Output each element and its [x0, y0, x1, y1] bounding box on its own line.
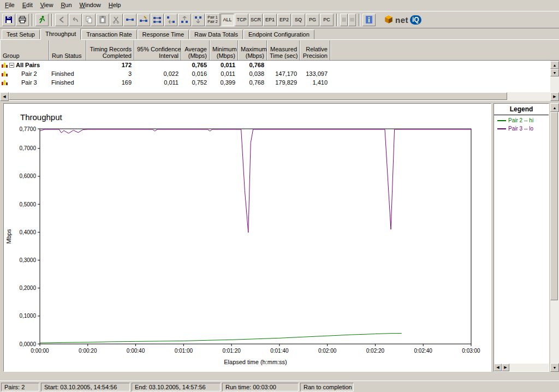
run-test-button[interactable] [35, 14, 49, 26]
undo-button[interactable] [69, 14, 82, 26]
tab-response-time[interactable]: Response Time [138, 29, 189, 39]
column-header-average[interactable]: Average(Mbps) [181, 40, 210, 60]
view-toggle-2-button[interactable] [348, 14, 356, 26]
collapse-icon[interactable] [9, 63, 14, 68]
cut-button[interactable] [110, 14, 123, 26]
svg-text:0,7000: 0,7000 [19, 145, 36, 151]
tab-test-setup[interactable]: Test Setup [2, 29, 40, 39]
view-toggle-1-button[interactable] [340, 14, 348, 26]
tab-bar: Test Setup Throughput Transaction Rate R… [0, 28, 559, 40]
column-header-group[interactable]: Group [0, 40, 49, 60]
filter-ep1-button[interactable]: EP1 [263, 14, 277, 26]
scroll-left-icon[interactable]: ◀ [494, 364, 502, 371]
runner-icon [38, 15, 46, 24]
menu-view[interactable]: View [37, 1, 57, 10]
legend-horizontal-scrollbar[interactable]: ◀ ▶ [494, 364, 549, 371]
scrollbar-thumb[interactable] [550, 112, 558, 300]
toolbar-separator [359, 14, 360, 26]
group-label: Pair 3 [21, 79, 37, 86]
endpoint-pair-edit-icon [139, 15, 148, 24]
scroll-right-icon[interactable]: ▶ [550, 92, 559, 101]
svg-text:0,5000: 0,5000 [19, 201, 36, 207]
column-header-maximum[interactable]: Maximum(Mbps) [238, 40, 267, 60]
column-header-minimum[interactable]: Minimum(Mbps) [210, 40, 238, 60]
table-horizontal-scrollbar[interactable]: ◀ ▶ [0, 92, 559, 101]
table-vertical-scrollbar[interactable]: ▲ ▼ [550, 61, 559, 92]
column-header-confidence[interactable]: 95% ConfidenceInterval [134, 40, 181, 60]
filter-pc-button[interactable]: PC [320, 14, 334, 26]
tab-transaction-rate[interactable]: Transaction Rate [81, 29, 136, 39]
table-row-all-pairs[interactable]: All Pairs 172 0,765 0,011 0,768 [0, 61, 550, 69]
menu-window[interactable]: Window [76, 1, 105, 10]
svg-text:0:02:20: 0:02:20 [366, 348, 385, 354]
help-info-button[interactable] [362, 14, 376, 26]
table-row-pair-3[interactable]: Pair 3 Finished 169 0,011 0,752 0,399 0,… [0, 78, 550, 87]
svg-text:0:01:40: 0:01:40 [270, 348, 289, 354]
column-header-run-status[interactable]: Run Status [49, 40, 86, 60]
pair-chart-icon [1, 79, 8, 86]
scroll-up-icon[interactable]: ▲ [550, 61, 559, 69]
scroll-left-icon[interactable]: ◀ [0, 92, 9, 101]
toolbar-separator [51, 14, 53, 26]
legend-entry-pair-3[interactable]: Pair 3 -- lo [494, 123, 549, 132]
scrollbar-track[interactable] [9, 92, 550, 101]
pair-chart-icon [1, 70, 8, 77]
clipboard-icon [98, 15, 107, 24]
edit-pair-button[interactable] [137, 14, 150, 26]
column-header-measured-time[interactable]: MeasuredTime (sec) [267, 40, 300, 60]
scroll-down-icon[interactable]: ▼ [550, 363, 559, 372]
legend-title: Legend [494, 104, 549, 115]
chart-vertical-scrollbar[interactable]: ▲ ▼ [550, 103, 559, 372]
tab-throughput[interactable]: Throughput [40, 28, 81, 40]
svg-text:0:00:40: 0:00:40 [127, 348, 145, 354]
add-pair-button[interactable] [123, 14, 136, 26]
toolbar-separator [32, 14, 33, 26]
menu-help[interactable]: Help [105, 1, 125, 10]
pair-names-line2: Pair 2 [207, 20, 217, 24]
scrollbar-track[interactable] [550, 112, 559, 363]
menu-bar: File Edit View Run Window Help [0, 0, 559, 11]
move-pair-down-button[interactable] [192, 14, 205, 26]
print-button[interactable] [16, 14, 29, 26]
list-lines-icon [341, 15, 347, 24]
back-arrow-icon [57, 15, 66, 24]
paste-button[interactable] [96, 14, 109, 26]
abort-run-button[interactable] [55, 14, 68, 26]
legend-label-0: Pair 2 -- hi [508, 117, 533, 123]
swap-endpoints-button[interactable] [164, 14, 177, 26]
move-pair-up-button[interactable] [178, 14, 191, 26]
menu-edit[interactable]: Edit [19, 1, 37, 10]
arrow-down-pair-icon [194, 15, 203, 24]
copy-icon [85, 15, 93, 24]
filter-pg-button[interactable]: PG [306, 14, 319, 26]
copy-button[interactable] [82, 14, 96, 26]
scroll-right-icon[interactable]: ▶ [502, 364, 509, 371]
column-header-relative-precision[interactable]: RelativePrecision [300, 40, 330, 60]
menu-file[interactable]: File [1, 1, 19, 10]
scissors-icon [112, 15, 121, 24]
table-row-pair-2[interactable]: Pair 2 Finished 3 0,022 0,016 0,011 0,03… [0, 69, 550, 78]
svg-text:0,3000: 0,3000 [19, 257, 36, 263]
svg-text:0:00:20: 0:00:20 [79, 348, 97, 354]
scrollbar-thumb[interactable] [9, 92, 507, 100]
tab-raw-data-totals[interactable]: Raw Data Totals [189, 29, 243, 39]
menu-run[interactable]: Run [57, 1, 75, 10]
column-header-timing-records[interactable]: Timing RecordsCompleted [86, 40, 134, 60]
duplicate-pair-button[interactable] [151, 14, 164, 26]
undo-arrow-icon [71, 15, 80, 24]
svg-text:0,0000: 0,0000 [19, 341, 36, 347]
filter-sq-button[interactable]: SQ [292, 14, 305, 26]
pair-names-button[interactable]: Pair 1 Pair 2 [205, 13, 220, 26]
filter-all-button[interactable]: ALL [221, 14, 234, 26]
filter-ep2-button[interactable]: EP2 [277, 14, 291, 26]
scroll-up-icon[interactable]: ▲ [550, 103, 559, 112]
tab-endpoint-configuration[interactable]: Endpoint Configuration [243, 29, 314, 39]
filter-scr-button[interactable]: SCR [249, 14, 263, 26]
legend-entry-pair-2[interactable]: Pair 2 -- hi [494, 115, 549, 123]
filter-tcp-button[interactable]: TCP [235, 14, 248, 26]
scroll-down-icon[interactable]: ▼ [550, 69, 559, 76]
svg-text:0:00:00: 0:00:00 [31, 348, 49, 354]
arrow-up-pair-icon [180, 15, 189, 24]
column-header-filler [330, 40, 559, 60]
save-button[interactable] [2, 14, 15, 26]
